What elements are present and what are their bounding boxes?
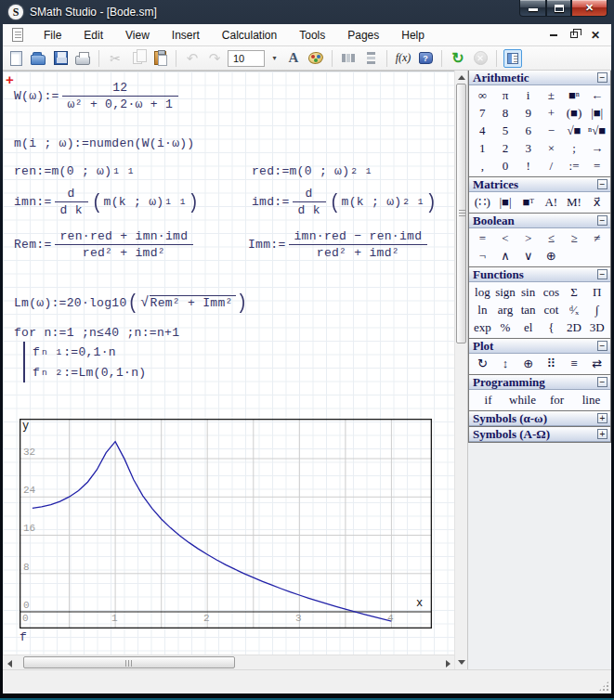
print-button[interactable] <box>73 49 92 68</box>
vertical-scroll-thumb[interactable] <box>456 84 466 344</box>
btn-6[interactable]: 6 <box>516 122 540 139</box>
btn-semicolon[interactable]: ; <box>563 139 586 157</box>
formula-imm[interactable]: Imm:= imn·red − ren·imdred² + imd² <box>248 229 430 260</box>
btn-arrow-right[interactable]: → <box>585 139 608 157</box>
btn-vectorize[interactable]: x⃗ <box>585 193 608 211</box>
btn-for[interactable]: for <box>540 391 574 408</box>
align-vertical-button[interactable] <box>361 49 380 68</box>
formula-m-definition[interactable]: m(i ; ω):=numden(W(i·ω)) <box>14 136 194 150</box>
menu-help[interactable]: Help <box>390 26 436 45</box>
combo-dropdown-icon[interactable]: ▾ <box>268 50 281 67</box>
palette-matrices-header[interactable]: Matrices − <box>469 177 610 192</box>
save-button[interactable] <box>51 49 70 68</box>
btn-el[interactable]: el <box>516 318 540 336</box>
document-icon[interactable] <box>12 28 23 42</box>
menu-file[interactable]: File <box>33 26 72 45</box>
menu-pages[interactable]: Pages <box>336 26 390 45</box>
btn-cos[interactable]: cos <box>540 283 563 301</box>
btn-cot[interactable]: cot <box>540 301 563 318</box>
btn-summation[interactable]: Σ <box>563 283 586 301</box>
btn-integral[interactable]: ∫ <box>585 301 608 318</box>
align-horizontal-button[interactable] <box>339 49 358 68</box>
btn-derivative[interactable]: ᵈ⁄ₓ <box>563 301 586 318</box>
scroll-up-icon[interactable] <box>458 75 465 80</box>
mdi-minimize-icon[interactable] <box>550 34 557 36</box>
btn-greater-equal[interactable]: ≥ <box>563 229 586 247</box>
palette-arithmetic-header[interactable]: Arithmetic − <box>469 71 610 85</box>
collapse-icon[interactable]: − <box>597 377 607 387</box>
btn-minor[interactable]: M! <box>563 193 586 211</box>
btn-greater[interactable]: > <box>516 229 540 247</box>
palette-programming-header[interactable]: Programming − <box>469 375 610 390</box>
formula-lm[interactable]: Lm(ω):=20·log10 ( √ Rem² + Imm² ) <box>14 292 248 313</box>
vertical-scrollbar[interactable] <box>454 71 467 669</box>
mdi-close-icon[interactable]: ✕ <box>591 29 600 42</box>
btn-power[interactable]: ■ⁿ <box>563 86 586 104</box>
btn-3[interactable]: 3 <box>516 139 540 157</box>
maximize-button[interactable] <box>546 0 571 17</box>
menu-view[interactable]: View <box>114 26 161 45</box>
btn-equals[interactable]: = <box>585 157 608 175</box>
collapse-icon[interactable]: − <box>597 179 607 189</box>
btn-rotate[interactable]: ↻ <box>471 355 494 372</box>
btn-not[interactable]: ¬ <box>471 247 494 265</box>
btn-sign[interactable]: sign <box>494 283 517 301</box>
btn-assign[interactable]: := <box>563 157 586 175</box>
collapse-icon[interactable]: − <box>597 215 607 226</box>
btn-transpose[interactable]: ■ᵀ <box>516 193 540 211</box>
btn-3d[interactable]: 3D <box>585 318 608 336</box>
btn-plus-minus[interactable]: ± <box>540 86 563 104</box>
btn-absolute[interactable]: |■| <box>585 104 608 122</box>
btn-divide[interactable]: / <box>540 157 563 175</box>
btn-log[interactable]: log <box>471 283 494 301</box>
btn-4[interactable]: 4 <box>471 122 494 139</box>
menu-insert[interactable]: Insert <box>161 26 211 45</box>
scroll-down-icon[interactable] <box>458 660 465 665</box>
collapse-icon[interactable]: − <box>597 72 607 83</box>
close-button[interactable]: ✕ <box>571 0 607 17</box>
btn-ln[interactable]: ln <box>471 301 494 318</box>
btn-while[interactable]: while <box>505 391 540 408</box>
btn-not-equal[interactable]: ≠ <box>585 229 608 247</box>
btn-refresh-plot[interactable]: ⇄ <box>585 355 608 372</box>
font-color-button[interactable]: A <box>284 49 303 68</box>
btn-plus[interactable]: + <box>540 104 563 122</box>
formula-imd[interactable]: imd:= dd k ( m(k ; ω)2 1 ) <box>252 187 438 217</box>
btn-matrix[interactable]: (∷) <box>471 193 494 211</box>
redo-button[interactable]: ↷ <box>205 49 224 68</box>
undo-button[interactable]: ↶ <box>183 49 202 68</box>
title-bar[interactable]: S SMath Studio - [Bode.sm] ✕ <box>3 0 611 24</box>
btn-9[interactable]: 9 <box>516 104 540 122</box>
horizontal-scroll-thumb[interactable] <box>23 656 235 668</box>
interrupt-button[interactable]: ✕ <box>471 49 490 68</box>
scroll-right-icon[interactable] <box>446 660 451 668</box>
sidebar-toggle-button[interactable] <box>503 49 522 68</box>
copy-button[interactable] <box>128 49 147 68</box>
btn-less[interactable]: < <box>494 229 517 247</box>
btn-tan[interactable]: tan <box>516 301 540 318</box>
palette-symbols-lower-header[interactable]: Symbols (α-ω) + <box>469 411 610 426</box>
recalculate-button[interactable]: ↻ <box>449 49 467 68</box>
btn-8[interactable]: 8 <box>494 104 517 122</box>
btn-exp[interactable]: exp <box>471 318 494 336</box>
btn-and[interactable]: ∧ <box>494 247 517 265</box>
btn-move[interactable]: ⊕ <box>516 355 540 372</box>
btn-percent[interactable]: % <box>494 318 517 336</box>
palette-functions-header[interactable]: Functions − <box>469 267 610 282</box>
bode-plot[interactable]: y x 32241680 01234 <box>20 419 432 629</box>
collapse-icon[interactable]: − <box>597 269 607 279</box>
formula-ren[interactable]: ren:=m(0 ; ω)1 1 <box>14 164 135 178</box>
cut-button[interactable]: ✂ <box>106 49 124 68</box>
formula-w-definition[interactable]: W(ω):= 12ω² + 0,2·ω + 1 <box>14 81 181 111</box>
palette-plot-header[interactable]: Plot − <box>469 339 610 354</box>
minimize-button[interactable] <box>519 0 546 17</box>
btn-square-root[interactable]: √■ <box>563 122 586 139</box>
function-button[interactable]: f(x) <box>394 49 412 68</box>
palette-symbols-upper-header[interactable]: Symbols (A-Ω) + <box>469 427 610 442</box>
scroll-left-icon[interactable] <box>7 660 12 668</box>
btn-points-mode[interactable]: ⠿ <box>540 355 563 372</box>
reference-book-button[interactable]: ? <box>416 49 435 68</box>
btn-pi[interactable]: π <box>494 86 517 104</box>
btn-line[interactable]: line <box>574 391 608 408</box>
formula-imn[interactable]: imn:= dd k ( m(k ; ω)1 1 ) <box>14 187 200 217</box>
